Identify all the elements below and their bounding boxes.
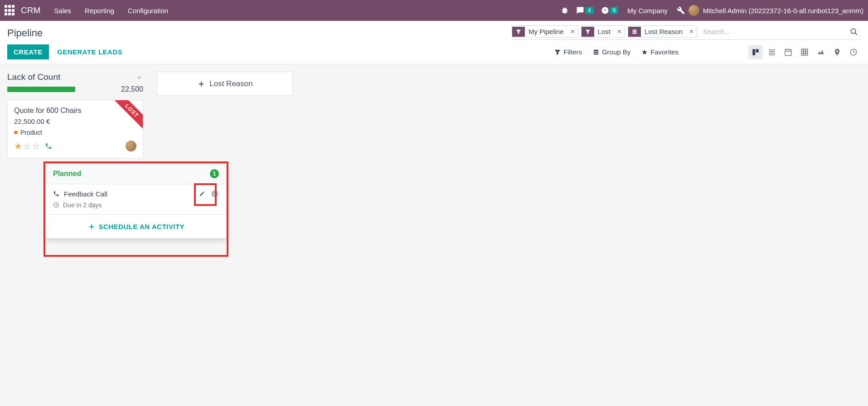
- svg-rect-2: [752, 49, 755, 55]
- groupby-icon: [628, 27, 641, 37]
- nav-sales[interactable]: Sales: [54, 7, 71, 15]
- column-total: 22,500: [121, 85, 143, 93]
- messages-icon[interactable]: 4: [576, 6, 594, 15]
- activities-icon[interactable]: 9: [601, 6, 619, 15]
- svg-rect-3: [756, 49, 759, 53]
- apps-icon[interactable]: [5, 5, 15, 16]
- user-menu[interactable]: Mitchell Admin (20222372-16-0-all.runbot…: [689, 5, 863, 16]
- activities-badge: 9: [610, 7, 619, 14]
- filter-icon: [582, 27, 594, 37]
- kanban-card[interactable]: LOST Quote for 600 Chairs 22,500.00 € Pr…: [7, 100, 143, 158]
- card-amount: 22,500.00 €: [14, 117, 136, 125]
- activity-view-icon[interactable]: [846, 45, 861, 59]
- svg-rect-7: [769, 54, 775, 55]
- quick-create-icon[interactable]: ＋: [135, 72, 143, 83]
- svg-rect-5: [769, 51, 775, 52]
- facet-remove-icon[interactable]: ✕: [567, 28, 578, 35]
- app-title[interactable]: CRM: [21, 5, 40, 15]
- star-icon[interactable]: ☆: [23, 141, 31, 152]
- edit-icon[interactable]: [199, 191, 205, 197]
- nav-reporting[interactable]: Reporting: [85, 7, 114, 15]
- messages-badge: 4: [585, 7, 594, 14]
- top-nav-bar: CRM Sales Reporting Configuration 4 9 My…: [0, 0, 868, 21]
- company-name[interactable]: My Company: [627, 7, 667, 15]
- schedule-activity-button[interactable]: ＋ SCHEDULE AN ACTIVITY: [46, 215, 226, 238]
- salesperson-avatar[interactable]: [126, 141, 136, 152]
- favorites-dropdown[interactable]: Favorites: [641, 48, 679, 56]
- svg-rect-12: [801, 49, 808, 55]
- page-title: Pipeline: [7, 25, 43, 39]
- activity-count-badge: 1: [210, 169, 219, 178]
- activity-status: Planned: [53, 170, 81, 178]
- svg-rect-6: [769, 53, 775, 54]
- facet-lost-reason[interactable]: Lost Reason ✕: [628, 25, 697, 38]
- control-panel: Pipeline My Pipeline ✕ Lost ✕ Lost Reaso…: [0, 21, 868, 64]
- kanban-board: Lack of Count ＋ 22,500 LOST Quote for 60…: [0, 64, 868, 166]
- facet-remove-icon[interactable]: ✕: [614, 28, 625, 35]
- activity-item: Feedback Call Due in 2 days: [46, 184, 226, 215]
- pivot-view-icon[interactable]: [797, 45, 812, 59]
- groupby-dropdown[interactable]: Group By: [593, 48, 630, 56]
- svg-line-23: [56, 205, 57, 205]
- bug-icon[interactable]: [561, 6, 569, 15]
- clock-icon: [53, 202, 59, 208]
- priority-stars[interactable]: ★ ☆ ☆: [14, 141, 52, 152]
- graph-view-icon[interactable]: [814, 45, 828, 59]
- phone-icon: [53, 191, 59, 197]
- plus-icon: ＋: [87, 221, 96, 232]
- tag-color-dot: [14, 131, 18, 134]
- tools-icon[interactable]: [677, 6, 685, 15]
- generate-leads-button[interactable]: GENERATE LEADS: [51, 44, 129, 59]
- filter-icon: [512, 27, 525, 37]
- svg-rect-8: [785, 49, 791, 56]
- star-icon[interactable]: ☆: [32, 141, 40, 152]
- list-view-icon[interactable]: [765, 45, 779, 59]
- map-view-icon[interactable]: [830, 45, 844, 59]
- search-input[interactable]: [700, 26, 847, 37]
- svg-line-19: [853, 52, 855, 53]
- kanban-view-icon[interactable]: [748, 45, 763, 59]
- lost-ribbon: LOST: [110, 100, 143, 133]
- popover-header: Planned 1: [46, 164, 226, 184]
- mark-done-icon[interactable]: [211, 190, 219, 198]
- search-box: My Pipeline ✕ Lost ✕ Lost Reason ✕: [512, 25, 861, 40]
- user-avatar: [689, 5, 699, 16]
- card-tag: Product: [14, 129, 136, 136]
- facet-lost[interactable]: Lost ✕: [581, 25, 625, 38]
- activity-popover: Planned 1 Feedback Call Due in 2 days ＋ …: [45, 163, 227, 239]
- svg-point-0: [851, 29, 856, 34]
- add-column-button[interactable]: ＋ Lost Reason: [157, 72, 293, 96]
- filters-dropdown[interactable]: Filters: [554, 48, 582, 56]
- facet-my-pipeline[interactable]: My Pipeline ✕: [512, 25, 578, 38]
- create-button[interactable]: CREATE: [7, 44, 49, 59]
- column-title[interactable]: Lack of Count: [7, 72, 60, 82]
- column-progress-bar[interactable]: [7, 87, 75, 92]
- card-title: Quote for 600 Chairs: [14, 107, 136, 115]
- phone-icon[interactable]: [45, 142, 52, 150]
- kanban-column: Lack of Count ＋ 22,500 LOST Quote for 60…: [7, 72, 143, 158]
- plus-icon: ＋: [197, 78, 206, 90]
- activity-due-label: Due in 2 days: [63, 201, 102, 209]
- calendar-view-icon[interactable]: [781, 45, 795, 59]
- facet-remove-icon[interactable]: ✕: [686, 28, 697, 35]
- svg-line-1: [855, 33, 857, 35]
- user-name: Mitchell Admin (20222372-16-0-all.runbot…: [703, 7, 863, 15]
- nav-configuration[interactable]: Configuration: [128, 7, 168, 15]
- star-icon[interactable]: ★: [14, 141, 22, 152]
- svg-rect-4: [769, 49, 775, 50]
- activity-name-label: Feedback Call: [64, 190, 107, 198]
- search-icon[interactable]: [847, 28, 861, 36]
